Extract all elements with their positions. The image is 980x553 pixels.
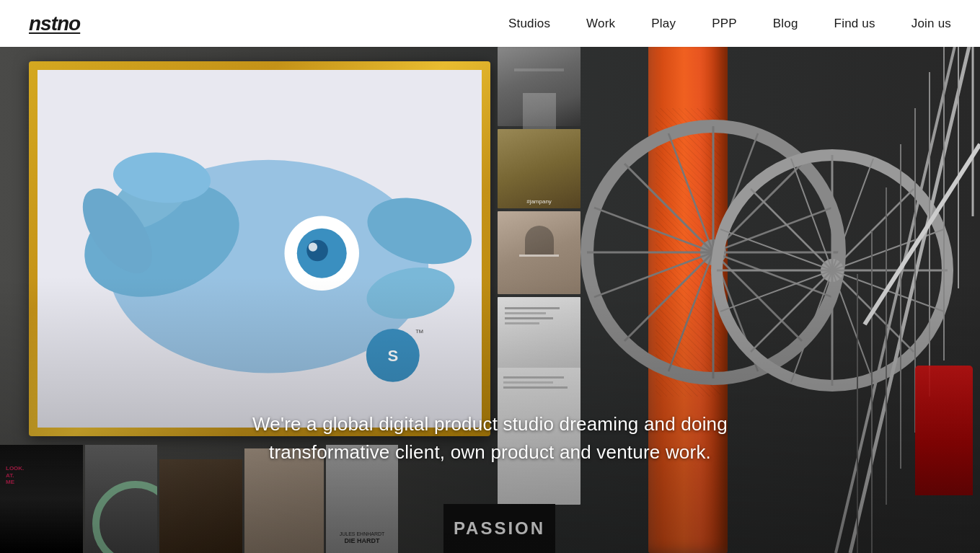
passion-sign: PASSION bbox=[443, 504, 555, 553]
svg-line-27 bbox=[594, 252, 713, 297]
picture-frame: S ™ bbox=[29, 61, 490, 436]
main-nav: Studios Work Play PPP Blog Find us Join … bbox=[508, 17, 951, 31]
hero-text-container: We're a global digital product studio dr… bbox=[0, 410, 980, 466]
svg-text:™: ™ bbox=[415, 328, 424, 338]
bird-illustration: S ™ bbox=[37, 70, 482, 428]
svg-point-10 bbox=[309, 242, 317, 251]
svg-point-9 bbox=[306, 240, 328, 262]
passion-text: PASSION bbox=[454, 518, 545, 539]
hero-background: S ™ #jampany bbox=[0, 0, 980, 553]
hero-section: S ™ #jampany bbox=[0, 0, 980, 553]
svg-line-20 bbox=[624, 164, 713, 252]
svg-line-28 bbox=[594, 208, 713, 252]
nav-item-findus[interactable]: Find us bbox=[834, 17, 875, 31]
nav-item-work[interactable]: Work bbox=[586, 17, 615, 31]
bottom-photo-group bbox=[159, 459, 242, 553]
nav-item-blog[interactable]: Blog bbox=[773, 17, 798, 31]
logo-text[interactable]: nstno bbox=[29, 12, 80, 35]
frame-inner: S ™ bbox=[37, 70, 482, 428]
nav-item-joinus[interactable]: Join us bbox=[911, 17, 951, 31]
bicycle-section bbox=[562, 0, 980, 553]
logo[interactable]: nstno bbox=[29, 12, 80, 35]
nav-item-play[interactable]: Play bbox=[651, 17, 676, 31]
header: nstno Studios Work Play PPP Blog Find us… bbox=[0, 0, 980, 47]
svg-text:S: S bbox=[387, 347, 398, 365]
hero-tagline: We're a global digital product studio dr… bbox=[216, 410, 764, 466]
svg-line-23 bbox=[624, 252, 713, 341]
nav-item-studios[interactable]: Studios bbox=[508, 17, 550, 31]
nav-item-ppp[interactable]: PPP bbox=[712, 17, 737, 31]
svg-line-61 bbox=[865, 144, 980, 324]
